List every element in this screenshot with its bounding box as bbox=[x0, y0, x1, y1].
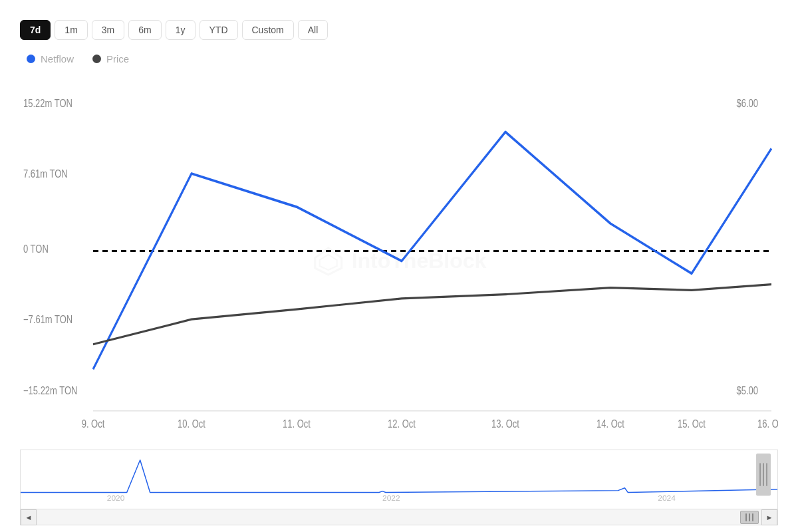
svg-text:$5.00: $5.00 bbox=[736, 384, 758, 396]
price-dot bbox=[92, 55, 101, 63]
time-range-selector: 7d1m3m6m1yYTDCustomAll bbox=[20, 20, 778, 40]
svg-text:16. Oct: 16. Oct bbox=[757, 418, 778, 430]
main-chart-area: IntoTheBlock 15.22m TON 7.61m TON 0 TON … bbox=[20, 78, 778, 444]
price-label: Price bbox=[106, 53, 129, 65]
scroll-track[interactable] bbox=[37, 509, 761, 525]
svg-text:9. Oct: 9. Oct bbox=[82, 418, 105, 430]
svg-text:14. Oct: 14. Oct bbox=[597, 418, 624, 430]
scrollbar[interactable]: ◄ ► bbox=[20, 509, 778, 525]
time-btn-1y[interactable]: 1y bbox=[166, 20, 196, 40]
scroll-thumb-line-1 bbox=[745, 513, 747, 521]
chart-legend: Netflow Price bbox=[27, 53, 778, 65]
svg-text:7.61m TON: 7.61m TON bbox=[23, 168, 68, 180]
main-chart-svg: 15.22m TON 7.61m TON 0 TON −7.61m TON −1… bbox=[20, 78, 778, 444]
time-btn-7d[interactable]: 7d bbox=[20, 20, 51, 40]
legend-price: Price bbox=[92, 53, 129, 65]
scroll-thumb-line-3 bbox=[752, 513, 753, 521]
svg-text:0 TON: 0 TON bbox=[23, 243, 49, 255]
svg-text:13. Oct: 13. Oct bbox=[491, 418, 519, 430]
scroll-thumb-lines bbox=[745, 513, 753, 521]
time-btn-1m[interactable]: 1m bbox=[55, 20, 87, 40]
time-btn-ytd[interactable]: YTD bbox=[200, 20, 238, 40]
mini-chart-svg: 2020 2022 2024 bbox=[21, 450, 777, 509]
svg-text:15.22m TON: 15.22m TON bbox=[23, 97, 72, 109]
svg-text:2020: 2020 bbox=[107, 493, 125, 503]
netflow-label: Netflow bbox=[41, 53, 74, 65]
scroll-left-button[interactable]: ◄ bbox=[21, 509, 37, 525]
time-btn-custom[interactable]: Custom bbox=[242, 20, 294, 40]
mini-chart-wrapper: 2020 2022 2024 bbox=[20, 450, 778, 509]
scroll-right-button[interactable]: ► bbox=[761, 509, 777, 525]
svg-text:−7.61m TON: −7.61m TON bbox=[23, 314, 72, 326]
svg-text:10. Oct: 10. Oct bbox=[178, 418, 205, 430]
svg-text:11. Oct: 11. Oct bbox=[283, 418, 311, 430]
svg-text:2022: 2022 bbox=[382, 493, 400, 503]
svg-text:−15.22m TON: −15.22m TON bbox=[23, 384, 77, 396]
scroll-thumb-line-2 bbox=[749, 513, 750, 521]
netflow-dot bbox=[27, 55, 35, 63]
main-container: 7d1m3m6m1yYTDCustomAll Netflow Price Int… bbox=[0, 0, 798, 532]
time-btn-6m[interactable]: 6m bbox=[128, 20, 161, 40]
legend-netflow: Netflow bbox=[27, 53, 74, 65]
svg-text:2024: 2024 bbox=[658, 493, 676, 503]
svg-text:12. Oct: 12. Oct bbox=[388, 418, 416, 430]
svg-text:$6.00: $6.00 bbox=[736, 97, 758, 109]
time-btn-3m[interactable]: 3m bbox=[92, 20, 124, 40]
scroll-thumb[interactable] bbox=[740, 511, 759, 524]
svg-text:15. Oct: 15. Oct bbox=[678, 418, 706, 430]
time-btn-all[interactable]: All bbox=[298, 20, 329, 40]
